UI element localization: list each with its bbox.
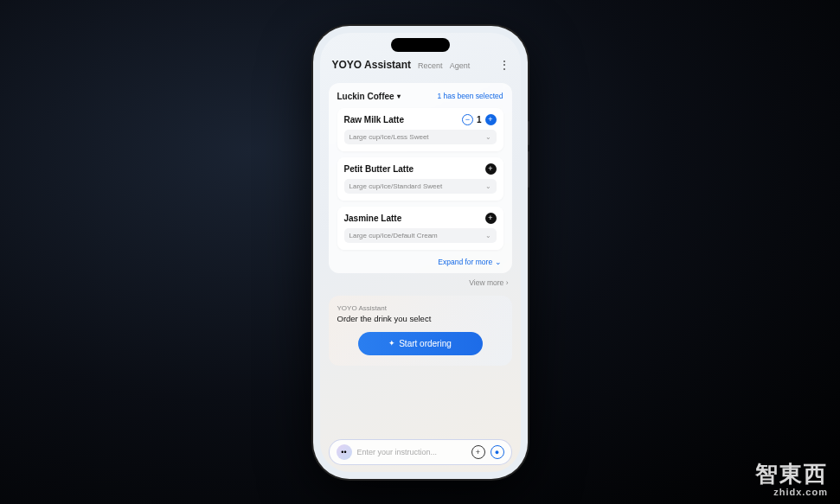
action-title: Order the drink you select <box>337 314 503 323</box>
order-card: Luckin Coffee ▾ 1 has been selected Raw … <box>329 83 512 273</box>
action-subtitle: YOYO Assistant <box>337 304 503 312</box>
options-text: Large cup/Ice/Less Sweet <box>349 133 429 141</box>
action-card: YOYO Assistant Order the drink you selec… <box>329 296 512 366</box>
phone-frame: YOYO Assistant Recent Agent ⋮ Luckin Cof… <box>313 26 528 479</box>
selected-count: 1 has been selected <box>437 92 503 100</box>
options-dropdown[interactable]: Large cup/Ice/Less Sweet ⌄ <box>344 130 497 144</box>
list-item: Jasmine Latte + Large cup/Ice/Default Cr… <box>337 207 503 250</box>
tab-recent[interactable]: Recent <box>418 61 443 70</box>
minus-button[interactable]: − <box>462 114 473 125</box>
app-title: YOYO Assistant <box>332 59 412 71</box>
options-dropdown[interactable]: Large cup/Ice/Standard Sweet ⌄ <box>344 179 497 194</box>
caret-down-icon: ▾ <box>397 93 401 100</box>
quantity-stepper: − 1 + <box>462 114 497 125</box>
instruction-input-bar[interactable]: •• Enter your instruction... + ● <box>329 439 512 465</box>
screen: YOYO Assistant Recent Agent ⋮ Luckin Cof… <box>320 33 521 472</box>
volume-button <box>528 121 529 145</box>
quantity-value: 1 <box>477 115 482 124</box>
start-ordering-button[interactable]: ✦ Start ordering <box>358 332 483 355</box>
add-button[interactable]: + <box>485 213 497 224</box>
list-item: Raw Milk Latte − 1 + Large cup/Ice/Less … <box>337 108 503 151</box>
bot-avatar-icon: •• <box>337 444 352 460</box>
start-button-label: Start ordering <box>399 339 452 348</box>
view-more-link[interactable]: View more › <box>329 273 512 287</box>
sparkle-icon: ✦ <box>388 339 395 348</box>
chevron-down-icon: ⌄ <box>495 258 502 266</box>
list-item: Petit Butter Latte + Large cup/Ice/Stand… <box>337 157 503 201</box>
tab-agent[interactable]: Agent <box>450 61 471 70</box>
chevron-down-icon: ⌄ <box>485 133 491 141</box>
chevron-down-icon: ⌄ <box>485 182 491 190</box>
options-text: Large cup/Ice/Default Cream <box>349 232 438 239</box>
dynamic-island <box>391 38 450 52</box>
add-attachment-button[interactable]: + <box>471 445 485 459</box>
store-label: Luckin Coffee <box>337 92 394 101</box>
chevron-right-icon: › <box>506 278 509 287</box>
options-text: Large cup/Ice/Standard Sweet <box>349 182 443 190</box>
item-name: Raw Milk Latte <box>344 115 458 124</box>
content-area: Luckin Coffee ▾ 1 has been selected Raw … <box>320 76 521 431</box>
store-selector[interactable]: Luckin Coffee ▾ <box>337 92 401 101</box>
item-name: Petit Butter Latte <box>344 164 482 174</box>
plus-button[interactable]: + <box>485 114 497 125</box>
store-row: Luckin Coffee ▾ 1 has been selected <box>337 92 503 101</box>
options-dropdown[interactable]: Large cup/Ice/Default Cream ⌄ <box>344 228 497 243</box>
expand-for-more[interactable]: Expand for more ⌄ <box>337 256 503 268</box>
watermark: 智東西 zhidx.com <box>755 462 828 497</box>
chevron-down-icon: ⌄ <box>485 232 491 239</box>
voice-input-button[interactable]: ● <box>491 445 504 459</box>
input-placeholder: Enter your instruction... <box>357 448 466 456</box>
item-name: Jasmine Latte <box>344 214 482 223</box>
add-button[interactable]: + <box>485 163 497 175</box>
power-button <box>528 151 529 188</box>
more-options-icon[interactable]: ⋮ <box>499 59 509 71</box>
